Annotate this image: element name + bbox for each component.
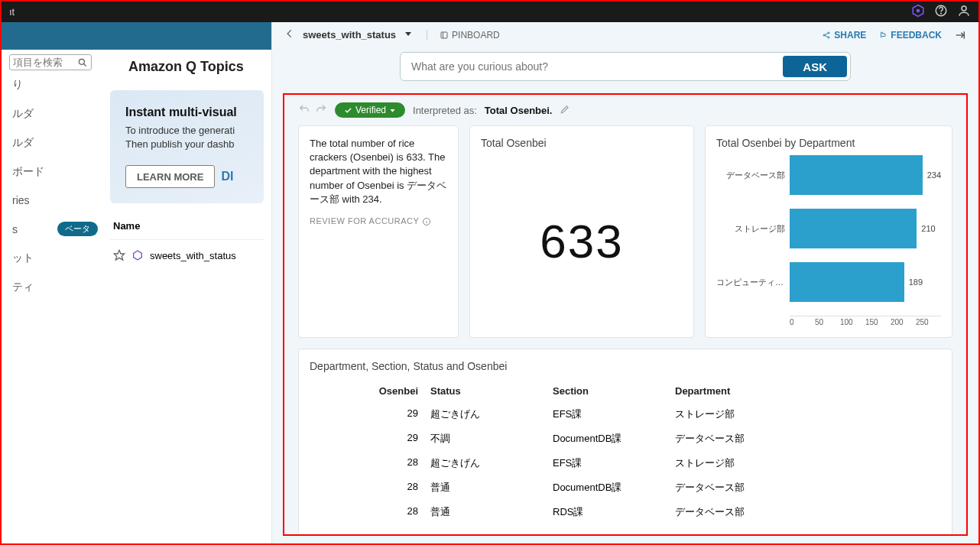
topic-breadcrumb[interactable]: sweets_with_status [303, 29, 396, 41]
left-panel: り ルダ ルダ ボード ries sベータ ット ティ Amazon Q Top… [2, 22, 272, 543]
svg-point-12 [828, 32, 829, 34]
undo-icon[interactable] [298, 103, 310, 118]
nav-item[interactable]: ルダ [9, 99, 101, 128]
nav-item[interactable]: ティ [9, 273, 101, 302]
cell-status: 超ごきげん [424, 405, 547, 423]
cell-department: ストレージ部 [669, 454, 941, 472]
bar-label: コンピューティン... [716, 277, 790, 288]
promo-card: Instant multi-visual To introduce the ge… [110, 90, 264, 203]
bar-label: データベース部 [716, 170, 790, 181]
pinboard-button[interactable]: PINBOARD [427, 30, 500, 41]
cell-department: ストレージ部 [669, 405, 941, 423]
bar-label: ストレージ部 [716, 223, 790, 235]
interpreted-label: Interpreted as: [413, 105, 477, 116]
svg-point-13 [828, 37, 829, 38]
table-row[interactable]: 28普通RDS課データベース部 [310, 500, 941, 524]
review-accuracy[interactable]: REVIEW FOR ACCURACY [310, 216, 447, 227]
svg-marker-18 [391, 109, 395, 112]
cell-osenbei: 28 [310, 454, 424, 472]
topic-row[interactable]: sweets_with_status [110, 240, 264, 271]
feedback-button[interactable]: FEEDBACK [878, 30, 942, 41]
back-button[interactable] [284, 28, 295, 41]
promo-line2: Then publish your dashb [125, 138, 248, 151]
topic-dropdown-icon[interactable] [404, 29, 413, 41]
learn-more-button[interactable]: LEARN MORE [125, 165, 215, 188]
ask-input-wrap: ASK [400, 52, 851, 81]
nav-item[interactable]: り [9, 70, 101, 99]
window-topbar: ıt [2, 2, 978, 22]
ask-button[interactable]: ASK [783, 56, 847, 77]
axis-tick: 200 [891, 318, 916, 326]
cell-status: 普通 [424, 478, 547, 497]
svg-line-15 [825, 35, 828, 37]
verified-pill[interactable]: Verified [335, 102, 405, 118]
bar-rect[interactable] [790, 209, 917, 248]
axis-tick: 50 [815, 318, 840, 326]
chart-title: Total Osenbei by Department [716, 137, 941, 149]
breadcrumb-bar: sweets_with_status PINBOARD SHARE FEEDBA… [272, 22, 978, 47]
cell-osenbei: 28 [310, 478, 424, 497]
th-section: Section [547, 383, 669, 399]
nav-item[interactable]: ボード [9, 157, 101, 187]
bar-rect[interactable] [790, 262, 904, 302]
svg-marker-8 [134, 251, 142, 260]
nav-item[interactable]: ルダ [9, 128, 101, 157]
table-header-row: Osenbei Status Section Department [310, 380, 941, 402]
cell-section: EFS課 [547, 405, 669, 423]
interpreted-value: Total Osenbei. [485, 105, 553, 116]
dismiss-fragment[interactable]: DI [221, 165, 233, 188]
narrative-text: The total number of rice crackers (Osenb… [310, 137, 447, 206]
axis-tick: 250 [916, 318, 941, 326]
help-icon[interactable] [934, 4, 948, 20]
bar-value: 189 [909, 277, 923, 287]
table-row[interactable]: 29超ごきげんEFS課ストレージ部 [310, 402, 941, 427]
th-department: Department [669, 383, 941, 399]
beta-badge: ベータ [57, 222, 98, 236]
cell-osenbei: 29 [310, 430, 424, 448]
nav-item[interactable]: ット [9, 244, 101, 273]
edit-icon[interactable] [560, 104, 570, 117]
cell-department: データベース部 [669, 503, 941, 521]
user-icon[interactable] [957, 4, 971, 20]
table-title: Department, Section, Status and Osenbei [310, 360, 941, 372]
th-status: Status [424, 383, 547, 399]
redo-icon[interactable] [315, 103, 327, 118]
app-badge-icon[interactable] [911, 4, 925, 20]
bar-value: 234 [927, 170, 941, 180]
svg-point-1 [917, 9, 920, 13]
table-row[interactable]: 28超ごきげんEFS課ストレージ部 [310, 451, 941, 475]
search-box[interactable] [9, 54, 92, 70]
expand-icon[interactable] [954, 29, 966, 41]
right-panel: sweets_with_status PINBOARD SHARE FEEDBA… [272, 22, 978, 543]
svg-point-5 [79, 59, 84, 64]
share-button[interactable]: SHARE [822, 30, 866, 41]
search-input[interactable] [13, 57, 77, 68]
search-icon [77, 57, 88, 68]
result-area: Verified Interpreted as: Total Osenbei. … [283, 93, 968, 536]
promo-heading: Instant multi-visual [125, 105, 248, 119]
cell-section: RDS課 [547, 503, 669, 521]
axis-tick: 100 [840, 318, 865, 326]
bar-rect[interactable] [790, 155, 923, 195]
topic-name: sweets_with_status [150, 250, 236, 261]
topic-icon [131, 249, 144, 261]
ask-input[interactable] [401, 53, 780, 80]
svg-marker-7 [114, 251, 124, 261]
svg-line-14 [825, 33, 828, 34]
nav-item[interactable]: sベータ [9, 214, 101, 244]
cell-osenbei: 28 [310, 503, 424, 521]
star-icon[interactable] [113, 249, 125, 261]
chart-card: Total Osenbei by Department データベース部234スト… [705, 125, 952, 338]
cell-status: 普通 [424, 503, 547, 521]
table-row[interactable]: 29不調DocumentDB課データベース部 [310, 427, 941, 451]
table-row[interactable]: 28普通DocumentDB課データベース部 [310, 475, 941, 500]
axis-tick: 0 [790, 318, 815, 326]
cell-status: 超ごきげん [424, 454, 547, 472]
cell-department: データベース部 [669, 478, 941, 497]
sidebar-nav: り ルダ ルダ ボード ries sベータ ット ティ [9, 50, 101, 302]
axis-tick: 150 [865, 318, 891, 326]
chart-bar: コンピューティン...189 [716, 262, 941, 302]
svg-line-6 [84, 63, 86, 66]
brand-band [2, 22, 271, 50]
nav-item[interactable]: ries [9, 187, 101, 214]
